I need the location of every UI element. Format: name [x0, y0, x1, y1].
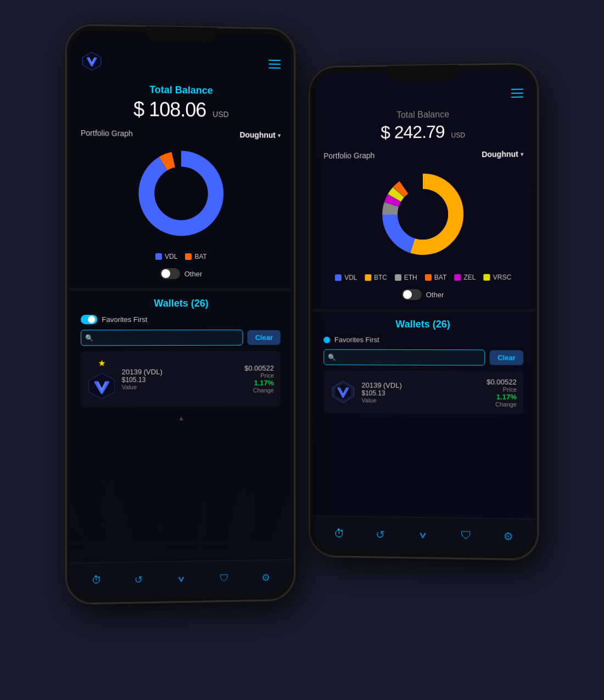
fav-label-back: Favorites First [334, 336, 379, 344]
wallet-price-label-front: Price [244, 372, 274, 379]
notch-back [387, 65, 458, 81]
nav-security-icon-front: 🛡 [219, 573, 229, 584]
portfolio-header-back: Portfolio Graph Doughnut ▾ [323, 149, 523, 160]
screen-front: Total Balance $ 108.06 USD Portfolio Gra… [70, 30, 292, 598]
wallet-info-front: 20139 (VDL) $105.13 Value [122, 368, 239, 391]
screen-back: Total Balance $ 242.79 USD Portfolio Gra… [313, 69, 535, 554]
nav-vdl-back[interactable] [416, 528, 429, 541]
star-icon-front[interactable]: ★ [98, 358, 105, 368]
toggle-favorites-front[interactable] [81, 315, 97, 324]
phone-front: Total Balance $ 108.06 USD Portfolio Gra… [65, 24, 296, 605]
nav-security-back[interactable]: 🛡 [461, 529, 472, 542]
nav-dashboard-front[interactable]: ⏱ [92, 574, 102, 586]
balance-label-front: Total Balance [81, 83, 281, 97]
nav-settings-back[interactable]: ⚙ [503, 530, 513, 543]
bottom-nav-back: ⏱ ↺ 🛡 ⚙ [313, 515, 535, 554]
nav-history-icon-front: ↺ [134, 574, 142, 586]
wallet-price-section-back: $0.00522 Price 1.17% Change [486, 377, 517, 408]
clear-button-front[interactable]: Clear [248, 330, 281, 345]
chart-container-front [81, 143, 281, 243]
svg-marker-13 [89, 373, 115, 399]
wallet-info-back: 20139 (VDL) $105.13 Value [362, 381, 482, 404]
clear-button-back[interactable]: Clear [490, 350, 523, 365]
fav-dot-back [323, 336, 330, 343]
nav-settings-icon-back: ⚙ [503, 530, 513, 543]
toggle-knob-front [161, 269, 170, 278]
legend-dot-vdl-front [155, 253, 162, 260]
balance-currency-back: USD [451, 131, 465, 139]
other-toggle-front: Other [81, 264, 281, 282]
vol-down-back [538, 152, 539, 169]
wallets-header-front: Wallets (26) [81, 298, 281, 309]
search-wrapper-front: 🔍 [81, 330, 243, 346]
screen-content-back: Total Balance $ 242.79 USD Portfolio Gra… [313, 69, 535, 554]
balance-amount-back: $ 242.79 [381, 122, 444, 143]
portfolio-label-front: Portfolio Graph [81, 129, 133, 138]
balance-label-back: Total Balance [323, 109, 523, 121]
wallet-price-front: $0.00522 [244, 364, 274, 372]
portfolio-header-front: Portfolio Graph Doughnut ▾ [81, 129, 281, 140]
hamburger-back[interactable] [511, 88, 523, 97]
legend-dot-zel-back [454, 274, 461, 281]
toggle-switch-back[interactable] [402, 289, 422, 300]
favorites-row-back: Favorites First [323, 336, 523, 345]
portfolio-label-back: Portfolio Graph [323, 151, 374, 160]
nav-dashboard-icon-back: ⏱ [334, 527, 345, 540]
legend-dot-eth-back [395, 274, 401, 281]
toggle-fav-knob-front [88, 316, 95, 323]
legend-zel-back: ZEL [454, 274, 476, 281]
notch-front [146, 26, 217, 43]
portfolio-section-front: Portfolio Graph Doughnut ▾ [70, 123, 292, 288]
legend-dot-bat-back [425, 274, 432, 281]
donut-chart-front [132, 143, 231, 243]
balance-section-back: Total Balance $ 242.79 USD [313, 103, 535, 146]
toggle-switch-front[interactable] [160, 268, 180, 279]
wallet-item-left-front: ★ [87, 358, 116, 401]
chart-arrow-front: ▾ [278, 132, 281, 138]
chart-arrow-back: ▾ [521, 151, 523, 157]
hamburger-front[interactable] [269, 60, 281, 69]
screen-content-front: Total Balance $ 108.06 USD Portfolio Gra… [70, 30, 292, 598]
search-icon-front: 🔍 [85, 334, 93, 342]
donut-chart-back [373, 164, 472, 264]
scroll-hint-front: ▲ [70, 410, 292, 426]
legend-bat-back: BAT [425, 274, 446, 281]
phones-container: Total Balance $ 242.79 USD Portfolio Gra… [55, 20, 549, 680]
wallet-change-front: 1.17% [244, 379, 274, 387]
nav-security-front[interactable]: 🛡 [219, 573, 229, 584]
nav-vdl-front[interactable] [175, 573, 187, 585]
nav-history-front[interactable]: ↺ [134, 574, 142, 586]
legend-back: VDL BTC ETH BAT [323, 269, 523, 286]
nav-dashboard-icon-front: ⏱ [92, 574, 102, 586]
nav-settings-front[interactable]: ⚙ [261, 571, 270, 584]
wallet-value-front: $105.13 [122, 376, 239, 384]
nav-vdl-icon-front [175, 573, 187, 585]
vol-down-front [65, 113, 66, 130]
wallet-logo-back [330, 379, 356, 405]
nav-security-icon-back: 🛡 [461, 529, 472, 542]
wallet-price-label-back: Price [486, 386, 517, 393]
search-row-front: 🔍 Clear [81, 330, 281, 346]
chart-type-back[interactable]: Doughnut ▾ [482, 149, 523, 159]
legend-bat-front: BAT [185, 253, 206, 260]
other-toggle-back: Other [323, 286, 523, 303]
chart-type-front[interactable]: Doughnut ▾ [239, 130, 280, 140]
search-input-front[interactable] [81, 330, 243, 346]
vol-up-back [538, 130, 539, 147]
logo-front [81, 50, 103, 73]
search-input-back[interactable] [323, 349, 485, 366]
fav-label-front: Favorites First [102, 315, 147, 324]
wallet-name-back: 20139 (VDL) [362, 381, 482, 390]
favorites-row-front: Favorites First [81, 315, 281, 324]
legend-eth-back: ETH [395, 274, 417, 281]
nav-dashboard-back[interactable]: ⏱ [334, 527, 345, 540]
phone-back: Total Balance $ 242.79 USD Portfolio Gra… [309, 63, 539, 561]
nav-history-back[interactable]: ↺ [376, 527, 385, 541]
legend-vdl-front: VDL [155, 253, 177, 260]
wallet-price-back: $0.00522 [486, 377, 517, 386]
wallet-logo-front [87, 371, 116, 401]
legend-dot-vrsc-back [484, 274, 490, 281]
wallet-price-section-front: $0.00522 Price 1.17% Change [244, 364, 274, 393]
wallet-change-label-front: Change [244, 387, 274, 393]
wallet-name-front: 20139 (VDL) [122, 368, 239, 376]
